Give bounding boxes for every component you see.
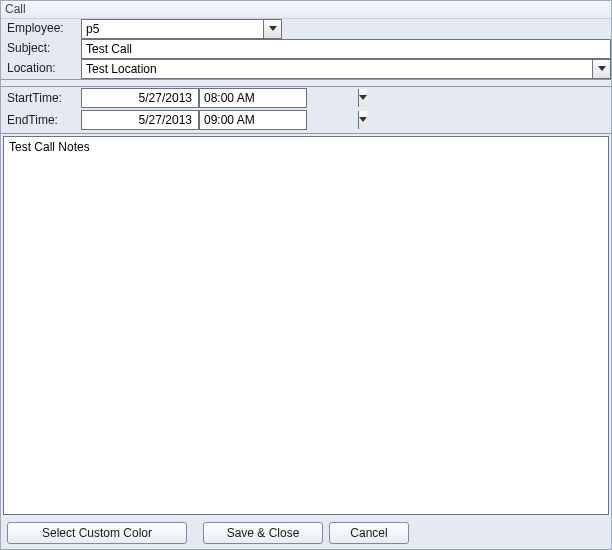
window-title: Call xyxy=(1,1,611,19)
chevron-down-icon xyxy=(359,117,367,123)
starttime-label: StartTime: xyxy=(1,88,81,109)
notes-textarea[interactable] xyxy=(4,137,608,514)
end-date-input[interactable] xyxy=(81,110,199,130)
cancel-button[interactable]: Cancel xyxy=(329,522,409,544)
employee-dropdown-button[interactable] xyxy=(263,20,281,38)
select-custom-color-button[interactable]: Select Custom Color xyxy=(7,522,187,544)
footer: Select Custom Color Save & Close Cancel xyxy=(1,517,611,549)
start-time-combo[interactable] xyxy=(199,88,307,108)
employee-combo[interactable] xyxy=(81,19,282,39)
endtime-label: EndTime: xyxy=(1,110,81,131)
svg-marker-3 xyxy=(359,117,367,122)
location-combo[interactable] xyxy=(81,59,611,79)
chevron-down-icon xyxy=(598,66,606,72)
employee-label: Employee: xyxy=(1,19,81,39)
location-dropdown-button[interactable] xyxy=(592,60,610,78)
start-time-input[interactable] xyxy=(200,89,358,107)
form-header: Employee: Subject: Location: xyxy=(1,19,611,80)
end-time-combo[interactable] xyxy=(199,110,307,130)
chevron-down-icon xyxy=(269,26,277,32)
chevron-down-icon xyxy=(359,95,367,101)
notes-area xyxy=(3,136,609,515)
subject-label: Subject: xyxy=(1,39,81,59)
call-dialog: Call Employee: Subject: Location: xyxy=(0,0,612,550)
employee-input[interactable] xyxy=(82,20,263,38)
end-time-input[interactable] xyxy=(200,111,358,129)
location-input[interactable] xyxy=(82,60,592,78)
svg-marker-1 xyxy=(598,66,606,71)
save-and-close-button[interactable]: Save & Close xyxy=(203,522,323,544)
time-section: StartTime: EndTime: xyxy=(1,86,611,134)
svg-marker-0 xyxy=(269,26,277,31)
start-time-dropdown-button[interactable] xyxy=(358,89,367,107)
location-label: Location: xyxy=(1,59,81,79)
svg-marker-2 xyxy=(359,95,367,100)
end-time-dropdown-button[interactable] xyxy=(358,111,367,129)
start-date-input[interactable] xyxy=(81,88,199,108)
subject-input[interactable] xyxy=(81,39,611,59)
